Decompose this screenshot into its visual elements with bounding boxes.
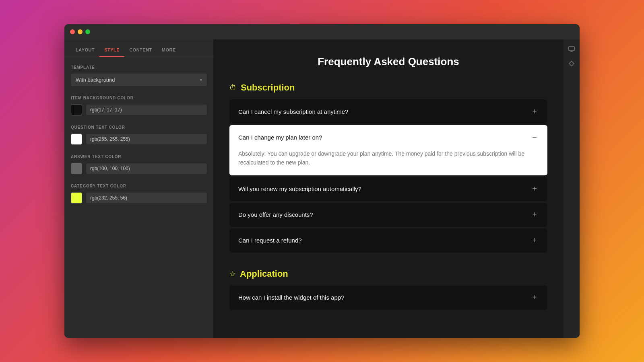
faq-toggle-4[interactable]: +: [530, 211, 539, 219]
faq-toggle-5[interactable]: +: [530, 237, 539, 245]
answer-text-section: ANSWER TEXT COLOR: [71, 154, 207, 174]
category-text-value[interactable]: [86, 193, 207, 203]
item-bg-label: ITEM BACKGROUND COLOR: [71, 96, 207, 100]
template-select[interactable]: With background Without background Minim…: [71, 74, 207, 86]
faq-item-3: Will you renew my subscription automatic…: [229, 177, 547, 201]
tab-content[interactable]: CONTENT: [124, 43, 157, 57]
answer-text-swatch[interactable]: [71, 163, 82, 174]
faq-question-text-4: Do you offer any discounts?: [238, 211, 313, 218]
item-bg-section: ITEM BACKGROUND COLOR: [71, 96, 207, 115]
item-bg-color-row: [71, 104, 207, 115]
faq-question-3[interactable]: Will you renew my subscription automatic…: [229, 177, 547, 201]
close-button[interactable]: [70, 29, 75, 34]
category-text-label: CATEGORY TEXT COLOR: [71, 184, 207, 188]
sidebar: LAYOUT STYLE CONTENT MORE TEMPLATE With …: [64, 39, 213, 338]
faq-question-text-3: Will you renew my subscription automatic…: [238, 185, 361, 192]
svg-rect-0: [569, 47, 574, 51]
faq-question-5[interactable]: Can I request a refund? +: [229, 228, 547, 253]
question-text-color-row: [71, 134, 207, 145]
answer-text-label: ANSWER TEXT COLOR: [71, 154, 207, 159]
item-bg-value[interactable]: [86, 105, 207, 115]
tab-style[interactable]: STYLE: [99, 43, 124, 57]
faq-item-6: How can I install the widget of this app…: [229, 286, 547, 310]
monitor-icon[interactable]: [566, 43, 577, 55]
faq-item-2: Can I change my plan later on? − Absolut…: [229, 125, 547, 175]
tab-layout[interactable]: LAYOUT: [71, 43, 99, 57]
maximize-button[interactable]: [85, 29, 90, 34]
template-label: TEMPLATE: [71, 65, 207, 70]
traffic-lights: [70, 29, 90, 34]
faq-toggle-6[interactable]: +: [530, 294, 539, 302]
main-content: Frequently Asked Questions ⏱ Subscriptio…: [213, 39, 564, 338]
faq-answer-2: Absolutely! You can upgrade or downgrade…: [229, 149, 547, 175]
item-bg-swatch[interactable]: [71, 104, 82, 115]
question-text-label: QUESTION TEXT COLOR: [71, 125, 207, 130]
paint-icon[interactable]: [566, 58, 577, 69]
faq-item-5: Can I request a refund? +: [229, 228, 547, 253]
tab-more[interactable]: MORE: [157, 43, 181, 57]
faq-list-application: How can I install the widget of this app…: [229, 286, 547, 310]
faq-item-4: Do you offer any discounts? +: [229, 203, 547, 227]
question-text-section: QUESTION TEXT COLOR: [71, 125, 207, 145]
faq-question-6[interactable]: How can I install the widget of this app…: [229, 286, 547, 310]
faq-toggle-2[interactable]: −: [530, 133, 539, 141]
minimize-button[interactable]: [78, 29, 83, 34]
category-header-subscription: ⏱ Subscription: [229, 82, 547, 93]
template-select-wrapper[interactable]: With background Without background Minim…: [71, 74, 207, 86]
question-text-swatch[interactable]: [71, 134, 82, 145]
sidebar-content: TEMPLATE With background Without backgro…: [64, 57, 213, 212]
category-text-section: CATEGORY TEXT COLOR: [71, 184, 207, 204]
faq-toggle-1[interactable]: +: [530, 107, 539, 115]
answer-text-color-row: [71, 163, 207, 174]
faq-question-2[interactable]: Can I change my plan later on? −: [229, 125, 547, 149]
faq-question-text-2: Can I change my plan later on?: [238, 134, 322, 141]
faq-question-text-6: How can I install the widget of this app…: [238, 294, 344, 301]
clock-icon: ⏱: [229, 84, 237, 92]
category-text-color-row: [71, 192, 207, 204]
category-title-application: Application: [240, 269, 288, 279]
question-text-value[interactable]: [86, 134, 207, 144]
faq-question-4[interactable]: Do you offer any discounts? +: [229, 203, 547, 227]
faq-question-text-5: Can I request a refund?: [238, 237, 302, 244]
faq-item-1: Can I cancel my subscription at anytime?…: [229, 99, 547, 123]
app-body: LAYOUT STYLE CONTENT MORE TEMPLATE With …: [64, 39, 580, 338]
browser-window: LAYOUT STYLE CONTENT MORE TEMPLATE With …: [64, 24, 580, 338]
sidebar-tabs: LAYOUT STYLE CONTENT MORE: [64, 39, 213, 57]
answer-text-value[interactable]: [86, 163, 207, 174]
faq-toggle-3[interactable]: +: [530, 185, 539, 193]
faq-list-subscription: Can I cancel my subscription at anytime?…: [229, 99, 547, 253]
star-icon: ☆: [229, 269, 236, 278]
category-text-swatch[interactable]: [71, 192, 82, 204]
template-section: TEMPLATE With background Without backgro…: [71, 65, 207, 86]
title-bar: [64, 24, 580, 39]
right-toolbar: [564, 39, 580, 338]
faq-question-text-1: Can I cancel my subscription at anytime?: [238, 108, 348, 115]
category-header-application: ☆ Application: [229, 269, 547, 279]
page-title: Frequently Asked Questions: [229, 56, 547, 68]
category-title-subscription: Subscription: [241, 82, 295, 93]
faq-question-1[interactable]: Can I cancel my subscription at anytime?…: [229, 99, 547, 123]
